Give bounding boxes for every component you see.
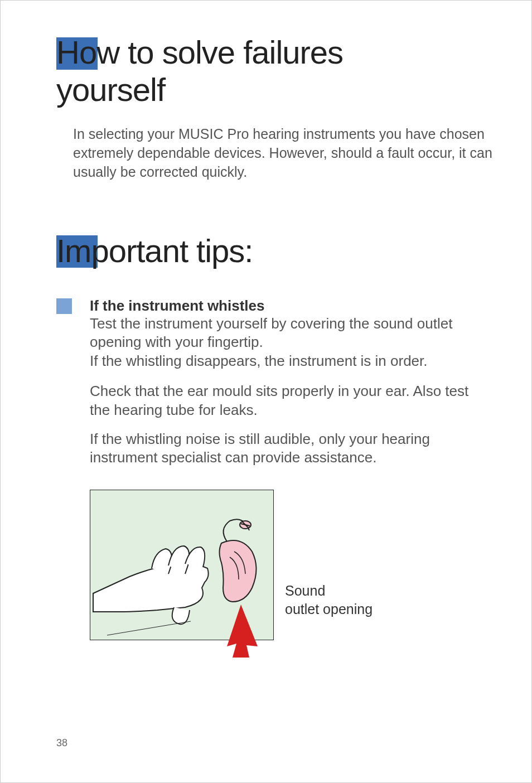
page-content: How to solve failures yourself In select…	[1, 1, 531, 663]
page-title: How to solve failures yourself	[56, 34, 492, 108]
tip-paragraph-3: If the whistling noise is still audible,…	[90, 430, 492, 468]
tip-body-2: If the whistling disappears, the instrum…	[90, 352, 492, 371]
heading-line-1: How to solve failures	[56, 34, 492, 71]
svg-line-4	[107, 621, 191, 635]
section-heading: Important tips:	[56, 232, 492, 269]
intro-paragraph: In selecting your MUSIC Pro hearing inst…	[73, 125, 492, 181]
figure-label-line-2: outlet opening	[285, 601, 373, 617]
tip-paragraph-2: Check that the ear mould sits properly i…	[90, 382, 492, 420]
hearing-aid-hand-icon	[90, 490, 274, 658]
tip-body-1: Test the instrument yourself by covering…	[90, 315, 492, 352]
figure-label-line-1: Sound	[285, 583, 325, 598]
heading-1-wrap: How to solve failures yourself	[56, 34, 492, 108]
illustration	[90, 490, 274, 640]
tip-block: If the instrument whistles Test the inst…	[90, 297, 492, 371]
heading-line-2: yourself	[56, 71, 492, 109]
tip-heading: If the instrument whistles	[90, 297, 492, 315]
bullet-icon	[56, 298, 72, 314]
page-number: 38	[56, 737, 67, 749]
svg-line-3	[107, 618, 235, 638]
figure-label: Sound outlet opening	[285, 582, 373, 618]
heading-2-wrap: Important tips:	[56, 232, 492, 269]
arrow-icon	[227, 605, 258, 658]
figure-row: Sound outlet opening	[90, 490, 492, 640]
